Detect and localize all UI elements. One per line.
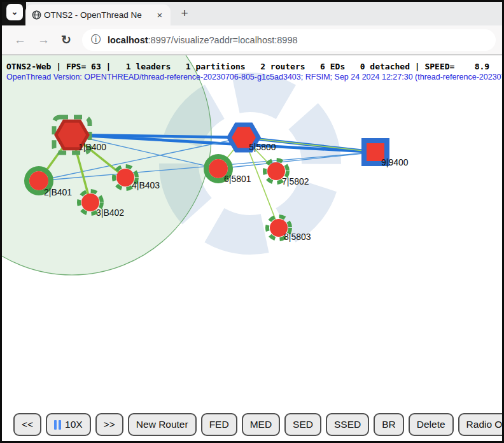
network-svg: 1|B4002|B4013|B4024|B4035|58006|58017|58… [2, 55, 502, 439]
fed-button[interactable]: FED [201, 413, 237, 436]
button-label: Radio Off [466, 419, 502, 430]
button-label: SSED [334, 419, 361, 430]
back-icon[interactable]: ← [14, 33, 26, 47]
button-label: New Router [136, 419, 188, 430]
tab-otns2[interactable]: OTNS2 - OpenThread Ne × [25, 4, 171, 25]
reload-icon[interactable]: ↻ [61, 32, 71, 47]
button-label: SED [293, 419, 313, 430]
button-label: >> [104, 419, 115, 430]
status-line: OTNS2-Web | FPS= 63 | 1 leaders 1 partit… [6, 62, 489, 71]
node-label: 7|5802 [282, 176, 309, 186]
node-label: 2|B401 [44, 187, 72, 197]
button-label: 10X [65, 419, 83, 430]
node-label: 9|9400 [381, 157, 409, 167]
url-omnibox[interactable]: ⓘ localhost:8997/visualize?addr=localhos… [82, 29, 496, 51]
browser-window: ⌄ OTNS2 - OpenThread Ne × + ← → ↻ ⓘ loca… [0, 0, 504, 443]
button-label: << [22, 419, 33, 430]
rewind-button[interactable]: << [13, 413, 41, 436]
delete-button[interactable]: Delete [409, 413, 454, 436]
pause-icon [54, 420, 61, 430]
button-label: BR [382, 419, 396, 430]
bottom-toolbar: <<10X>>New RouterFEDMEDSEDSSEDBRDeleteRa… [13, 413, 502, 436]
speed-button[interactable]: 10X [46, 413, 91, 436]
node-label: 3|B402 [96, 207, 124, 218]
globe-favicon-icon [32, 10, 41, 20]
version-line: OpenThread Version: OPENTHREAD/thread-re… [6, 73, 502, 81]
site-info-icon[interactable]: ⓘ [91, 33, 101, 46]
tab-search-chevron-icon[interactable]: ⌄ [6, 4, 23, 20]
node-label: 6|5801 [224, 174, 251, 184]
new-tab-button[interactable]: + [176, 5, 193, 23]
node-label: 8|5803 [284, 232, 311, 242]
tab-close-icon[interactable]: × [154, 10, 165, 21]
forward-button[interactable]: >> [95, 413, 123, 436]
tab-title: OTNS2 - OpenThread Ne [44, 10, 151, 20]
url-text: localhost:8997/visualize?addr=localhost:… [108, 35, 298, 45]
url-host: localhost [108, 35, 148, 45]
sed-button[interactable]: SED [284, 413, 321, 436]
node-label: 1|B400 [78, 142, 106, 152]
node-label: 4|B403 [132, 180, 160, 190]
url-path: :8997/visualize?addr=localhost:8998 [148, 35, 298, 45]
ssed-button[interactable]: SSED [326, 413, 369, 436]
node-label: 5|5800 [249, 142, 276, 152]
address-bar: ← → ↻ ⓘ localhost:8997/visualize?addr=lo… [2, 25, 502, 55]
button-label: MED [250, 419, 272, 430]
network-canvas[interactable]: 1|B4002|B4013|B4024|B4035|58006|58017|58… [2, 55, 502, 439]
link-6-9 [218, 152, 375, 169]
button-label: Delete [417, 419, 445, 430]
tab-strip: ⌄ OTNS2 - OpenThread Ne × + [2, 2, 502, 25]
br-button[interactable]: BR [374, 413, 404, 436]
new-router-button[interactable]: New Router [128, 413, 197, 436]
button-label: FED [209, 419, 229, 430]
radio-range-circle [2, 55, 211, 275]
radio-off-button[interactable]: Radio Off [458, 413, 502, 436]
forward-icon[interactable]: → [38, 33, 50, 47]
med-button[interactable]: MED [242, 413, 280, 436]
